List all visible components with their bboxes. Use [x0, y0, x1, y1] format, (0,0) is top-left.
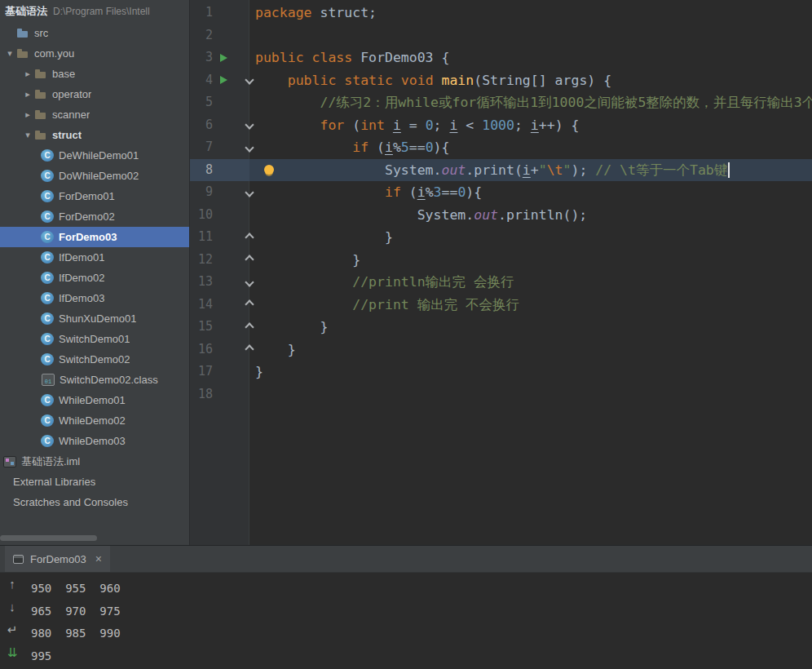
editor-line-16[interactable]: 16 }: [190, 339, 812, 361]
tree-item-WhileDemo02[interactable]: CWhileDemo02: [0, 410, 189, 431]
tree-item-ForDemo02[interactable]: CForDemo02: [0, 206, 189, 227]
editor-line-9[interactable]: 9 if (i%3==0){: [190, 181, 812, 204]
tree-item-External Libraries[interactable]: External Libraries: [0, 472, 189, 492]
gutter: 16: [190, 339, 249, 361]
editor-line-15[interactable]: 15 }: [190, 316, 812, 339]
line-number: 13: [190, 271, 213, 294]
code-line[interactable]: [249, 24, 812, 47]
project-root-row[interactable]: 基础语法 D:\Program Files\Intell: [0, 0, 189, 23]
code-line[interactable]: [249, 383, 812, 406]
run-icon[interactable]: [220, 76, 227, 84]
code-line[interactable]: public static void main(String[] args) {: [249, 69, 812, 92]
tree-chevron-down-icon[interactable]: ▾: [3, 48, 16, 59]
editor-line-7[interactable]: 7 if (i%5==0){: [190, 136, 812, 159]
editor-line-11[interactable]: 11 }: [190, 226, 812, 249]
up-stack-trace-icon[interactable]: ↑: [9, 577, 15, 591]
tree-item-IfDemo01[interactable]: CIfDemo01: [0, 247, 189, 268]
intention-bulb-icon[interactable]: [264, 165, 274, 175]
tree-item-operator[interactable]: ▸operator: [0, 84, 189, 104]
line-number: 9: [190, 181, 213, 204]
code-line[interactable]: public class ForDemo03 {: [249, 47, 812, 69]
code-token: %: [393, 140, 401, 155]
project-title: 基础语法: [5, 4, 47, 19]
code-line[interactable]: //println输出完 会换行: [249, 271, 812, 294]
code-line[interactable]: //练习2：用while或for循环输出1到1000之间能被5整除的数，并且每行…: [249, 91, 812, 114]
code-token: [255, 95, 320, 110]
tree-item-ForDemo01[interactable]: CForDemo01: [0, 186, 189, 206]
class-icon: C: [41, 170, 54, 182]
gutter: 2: [190, 24, 249, 47]
code-token: +: [531, 162, 539, 178]
line-number: 14: [190, 294, 213, 317]
code-line[interactable]: }: [249, 226, 812, 249]
code-line[interactable]: if (i%3==0){: [249, 181, 812, 204]
tree-item-struct[interactable]: ▾struct: [0, 125, 189, 145]
code-line[interactable]: }: [249, 339, 812, 361]
code-token: ;: [514, 117, 531, 133]
tree-item-com.you[interactable]: ▾com.you: [0, 43, 189, 64]
editor-line-4[interactable]: 4 public static void main(String[] args)…: [190, 69, 812, 92]
gutter: 5: [190, 91, 249, 114]
tree-chevron-down-icon[interactable]: ▾: [21, 130, 34, 140]
code-line[interactable]: }: [249, 249, 812, 272]
code-line[interactable]: }: [249, 361, 812, 383]
code-token: i: [531, 117, 539, 133]
tree-item-WhileDemo03[interactable]: CWhileDemo03: [0, 431, 189, 451]
code-line[interactable]: //print 输出完 不会换行: [249, 294, 812, 317]
tree-item-label: External Libraries: [13, 476, 95, 488]
editor-line-2[interactable]: 2: [190, 24, 812, 47]
run-tab-fordemo03[interactable]: ForDemo03 ×: [5, 546, 110, 572]
tree-item-ForDemo03[interactable]: CForDemo03: [0, 227, 189, 247]
tab-close-icon[interactable]: ×: [95, 552, 102, 565]
gutter: 18: [190, 383, 249, 406]
tree-chevron-right-icon[interactable]: ▸: [21, 109, 34, 120]
editor-line-3[interactable]: 3public class ForDemo03 {: [190, 47, 812, 69]
code-line[interactable]: for (int i = 0; i < 1000; i++) {: [249, 114, 812, 137]
editor-line-8[interactable]: 8 System.out.print(i+"\t"); // \t等于一个Tab…: [190, 159, 812, 182]
tree-item-label: SwitchDemo01: [59, 333, 130, 345]
run-icon[interactable]: [220, 54, 227, 62]
code-line[interactable]: System.out.print(i+"\t"); // \t等于一个Tab键: [249, 159, 812, 182]
code-line[interactable]: if (i%5==0){: [249, 136, 812, 159]
code-editor[interactable]: 1package struct;23public class ForDemo03…: [190, 0, 812, 545]
tree-item-scanner[interactable]: ▸scanner: [0, 104, 189, 125]
tree-chevron-right-icon[interactable]: ▸: [21, 89, 34, 100]
code-line[interactable]: package struct;: [249, 2, 812, 24]
editor-line-12[interactable]: 12 }: [190, 249, 812, 272]
tree-item-DoWhileDemo02[interactable]: CDoWhileDemo02: [0, 166, 189, 186]
tree-item-base[interactable]: ▸base: [0, 64, 189, 84]
code-line[interactable]: }: [249, 316, 812, 339]
soft-wrap-icon[interactable]: ↵: [7, 622, 18, 637]
gutter: 4: [190, 69, 249, 92]
editor-line-17[interactable]: 17}: [190, 361, 812, 383]
class-icon: C: [41, 149, 54, 162]
scroll-to-end-icon[interactable]: ⇊: [7, 645, 18, 660]
project-hscrollbar-thumb[interactable]: [0, 535, 97, 541]
code-line[interactable]: System.out.println();: [249, 204, 812, 227]
tree-item-src[interactable]: src: [0, 23, 189, 43]
code-token: 0: [426, 140, 434, 155]
editor-line-1[interactable]: 1package struct;: [190, 2, 812, 24]
tree-item-WhileDemo01[interactable]: CWhileDemo01: [0, 390, 189, 410]
tree-item-SwitchDemo01[interactable]: CSwitchDemo01: [0, 329, 189, 349]
tree-item-IfDemo02[interactable]: CIfDemo02: [0, 268, 189, 288]
editor-line-6[interactable]: 6 for (int i = 0; i < 1000; i++) {: [190, 114, 812, 137]
editor-line-14[interactable]: 14 //print 输出完 不会换行: [190, 294, 812, 317]
editor-line-10[interactable]: 10 System.out.println();: [190, 204, 812, 227]
down-stack-trace-icon[interactable]: ↓: [9, 600, 15, 614]
tree-item-IfDemo03[interactable]: CIfDemo03: [0, 288, 189, 308]
console-output[interactable]: 950 955 960 965 970 975 980 985 990 995: [24, 578, 812, 669]
project-tree: src▾com.you▸base▸operator▸scanner▾struct…: [0, 23, 189, 512]
tree-item-DeWhileDemo01[interactable]: CDeWhileDemo01: [0, 145, 189, 166]
editor-line-13[interactable]: 13 //println输出完 会换行: [190, 271, 812, 294]
class-icon: C: [41, 272, 54, 284]
editor-line-18[interactable]: 18: [190, 383, 812, 406]
tree-item-SwitchDemo02[interactable]: CSwitchDemo02: [0, 349, 189, 370]
tree-item-基础语法.iml[interactable]: 基础语法.iml: [0, 451, 189, 472]
tree-chevron-right-icon[interactable]: ▸: [21, 69, 34, 79]
tree-item-SwitchDemo02.class[interactable]: 01SwitchDemo02.class: [0, 370, 189, 390]
tree-item-Scratches and Consoles[interactable]: Scratches and Consoles: [0, 492, 189, 512]
tree-item-ShunXuDemo01[interactable]: CShunXuDemo01: [0, 308, 189, 329]
tree-item-label: base: [52, 68, 75, 80]
editor-line-5[interactable]: 5 //练习2：用while或for循环输出1到1000之间能被5整除的数，并且…: [190, 91, 812, 114]
